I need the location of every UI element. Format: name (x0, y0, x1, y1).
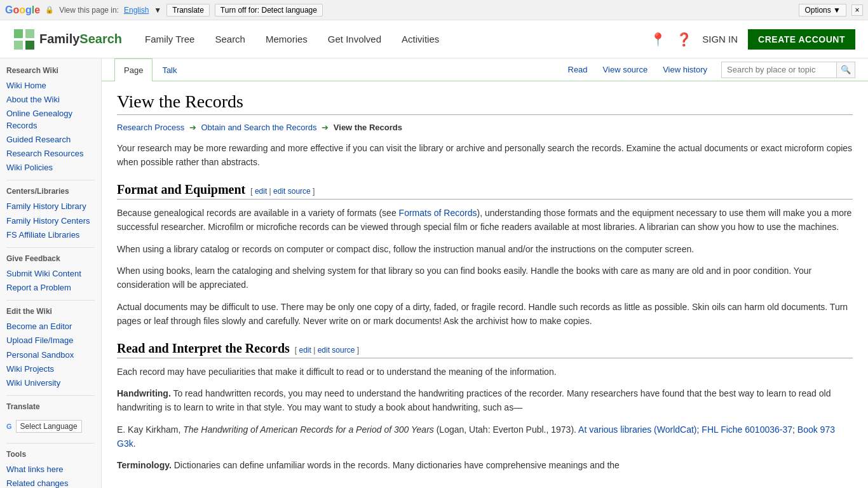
nav-memories[interactable]: Memories (255, 20, 318, 58)
section1-edit-links: [ edit | edit source ] (250, 187, 315, 196)
google-translate-widget: G Select Language (6, 420, 95, 433)
nav-family-tree[interactable]: Family Tree (135, 20, 205, 58)
sidebar-report-problem[interactable]: Report a Problem (6, 281, 95, 295)
sidebar-section-centers: Centers/Libraries (6, 187, 95, 196)
nav-search[interactable]: Search (205, 20, 255, 58)
nav-activities[interactable]: Activities (391, 20, 449, 58)
sidebar-online-genealogy[interactable]: Online Genealogy Records (6, 107, 95, 132)
sign-in-button[interactable]: SIGN IN (702, 34, 738, 44)
sidebar-wiki-home[interactable]: Wiki Home (6, 79, 95, 93)
close-button[interactable]: × (851, 4, 863, 16)
section2-book-ref: E. Kay Kirkham, The Handwriting of Ameri… (117, 423, 853, 451)
translate-view-text: View this page in: (59, 6, 119, 15)
tab-read[interactable]: Read (560, 60, 595, 79)
help-icon-button[interactable]: ❓ (676, 32, 692, 47)
sidebar-fs-affiliate[interactable]: FS Affiliate Libraries (6, 228, 95, 242)
sidebar-wiki-policies[interactable]: Wiki Policies (6, 161, 95, 175)
sidebar-upload-file[interactable]: Upload File/Image (6, 334, 95, 348)
sidebar-become-editor[interactable]: Become an Editor (6, 320, 95, 334)
section1-title: Format and Equipment [ edit | edit sourc… (117, 182, 853, 200)
logo-link[interactable]: ✦ FamilySearch (13, 28, 122, 51)
tab-page[interactable]: Page (114, 58, 153, 81)
article-title: View the Records (117, 92, 853, 115)
section1-para3: When using books, learn the cataloging a… (117, 264, 853, 292)
book-details: (Logan, Utah: Everton Publ., 1973). (434, 424, 578, 435)
breadcrumb-current: View the Records (334, 123, 402, 132)
sidebar-research-resources[interactable]: Research Resources (6, 147, 95, 161)
sidebar-submit-wiki[interactable]: Submit Wiki Content (6, 267, 95, 281)
sidebar-section-tools: Tools (6, 450, 95, 459)
translate-button[interactable]: Translate (166, 4, 210, 17)
page-tabs: Page Talk Read View source View history … (102, 58, 868, 81)
handwriting-label: Handwriting. (117, 388, 171, 398)
section1-para2: When using a library catalog or records … (117, 242, 853, 256)
tab-view-source[interactable]: View source (595, 60, 656, 79)
wiki-search-button[interactable]: 🔍 (836, 62, 855, 78)
section2-edit-link[interactable]: edit (299, 346, 311, 355)
sidebar-family-history-library[interactable]: Family History Library (6, 200, 95, 214)
logo-text: FamilySearch (39, 32, 122, 46)
translate-language-link[interactable]: English (124, 6, 149, 15)
section2-terminology-para: Terminology. Dictionaries can define unf… (117, 458, 853, 472)
worldcat-link[interactable]: At various libraries (WorldCat) (578, 424, 696, 435)
main-nav: Family Tree Search Memories Get Involved… (135, 20, 650, 58)
section2-edit-source-link[interactable]: edit source (318, 346, 355, 355)
formats-of-records-link[interactable]: Formats of Records (399, 208, 477, 218)
sidebar-divider-3 (6, 300, 95, 301)
handwriting-text: To read handwritten records, you may nee… (117, 388, 831, 412)
section2-title: Read and Interpret the Records [ edit | … (117, 341, 853, 358)
sidebar-personal-sandbox[interactable]: Personal Sandbox (6, 348, 95, 362)
breadcrumb: Research Process ➔ Obtain and Search the… (117, 123, 853, 132)
familysearch-logo-icon: ✦ (13, 28, 36, 51)
google-logo: Google (5, 4, 40, 16)
sidebar-divider-2 (6, 247, 95, 248)
sidebar-what-links[interactable]: What links here (6, 463, 95, 477)
header-actions: 📍 ❓ SIGN IN CREATE ACCOUNT (650, 29, 855, 50)
breadcrumb-arrow-2: ➔ (322, 123, 331, 132)
section2-para1: Each record may have peculiarities that … (117, 365, 853, 379)
lock-icon: 🔒 (45, 6, 54, 14)
sidebar-wiki-projects[interactable]: Wiki Projects (6, 362, 95, 376)
sidebar-divider-5 (6, 443, 95, 444)
options-button[interactable]: Options ▼ (799, 4, 846, 17)
sidebar-section-edit: Edit the Wiki (6, 307, 95, 316)
translate-section: G Select Language (6, 415, 95, 438)
sidebar-about-wiki[interactable]: About the Wiki (6, 93, 95, 107)
sidebar-family-history-centers[interactable]: Family History Centers (6, 214, 95, 228)
tab-view-history[interactable]: View history (655, 60, 715, 79)
select-language-button[interactable]: Select Language (16, 420, 82, 433)
create-account-button[interactable]: CREATE ACCOUNT (748, 29, 855, 50)
wiki-search-box: 🔍 (721, 62, 855, 78)
section1-edit-link[interactable]: edit (255, 187, 267, 196)
content-wrapper: Research Wiki Wiki Home About the Wiki O… (0, 58, 868, 488)
sidebar-section-feedback: Give Feedback (6, 254, 95, 263)
breadcrumb-arrow-1: ➔ (189, 123, 199, 132)
sidebar-guided-research[interactable]: Guided Research (6, 133, 95, 147)
sidebar-divider-1 (6, 180, 95, 180)
article: View the Records Research Process ➔ Obta… (102, 81, 868, 488)
sidebar-wiki-university[interactable]: Wiki University (6, 376, 95, 390)
sidebar-related-changes[interactable]: Related changes (6, 477, 95, 488)
wiki-search-input[interactable] (722, 64, 836, 76)
section2-edit-links: [ edit | edit source ] (295, 346, 359, 355)
breadcrumb-obtain-search[interactable]: Obtain and Search the Records (201, 123, 316, 132)
turn-off-button[interactable]: Turn off for: Detect language (215, 4, 323, 17)
section1-edit-source-link[interactable]: edit source (273, 187, 311, 196)
fhl-link[interactable]: FHL Fiche 6010036-37 (702, 424, 792, 435)
sidebar-divider-4 (6, 395, 95, 396)
nav-get-involved[interactable]: Get Involved (318, 20, 391, 58)
location-icon-button[interactable]: 📍 (650, 32, 666, 47)
sidebar: Research Wiki Wiki Home About the Wiki O… (0, 58, 102, 488)
sidebar-section-research-wiki: Research Wiki (6, 66, 95, 75)
svg-text:✦: ✦ (20, 34, 28, 44)
terminology-label: Terminology. (117, 460, 172, 470)
main-header: ✦ FamilySearch Family Tree Search Memori… (0, 20, 868, 58)
translate-bar: Google 🔒 View this page in: English ▼ Tr… (0, 0, 868, 20)
article-intro: Your research may be more rewarding and … (117, 141, 853, 170)
section2-handwriting-para: Handwriting. To read handwritten records… (117, 386, 853, 415)
tab-talk[interactable]: Talk (153, 58, 186, 81)
book-author: E. Kay Kirkham, (117, 424, 183, 435)
tab-actions: Read View source View history 🔍 (560, 58, 856, 81)
breadcrumb-research-process[interactable]: Research Process (117, 123, 184, 132)
section1-para4: Actual documents may be difficult to use… (117, 300, 853, 329)
